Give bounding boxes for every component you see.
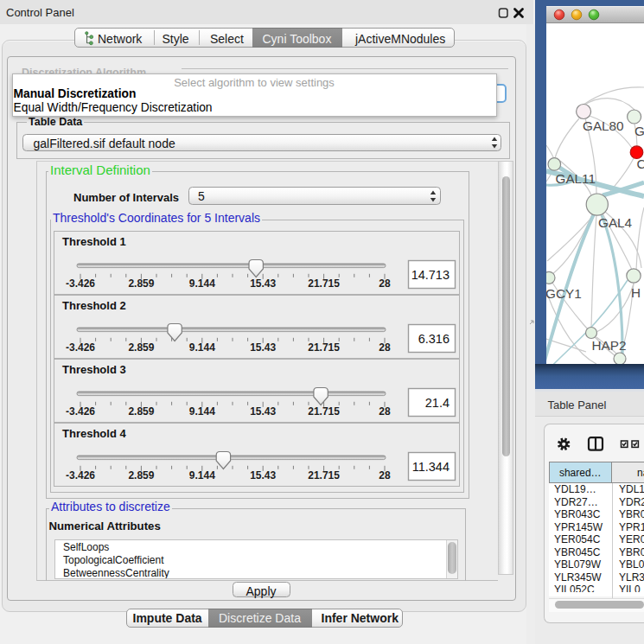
- svg-text:21.715: 21.715: [308, 277, 340, 290]
- svg-text:28: 28: [379, 341, 391, 354]
- svg-text:9.144: 9.144: [189, 469, 215, 481]
- svg-text:2.859: 2.859: [128, 469, 154, 481]
- svg-text:9.144: 9.144: [189, 277, 215, 290]
- svg-text:14.713: 14.713: [411, 268, 450, 282]
- svg-text:15.43: 15.43: [250, 405, 276, 418]
- svg-text:15.43: 15.43: [250, 277, 276, 290]
- svg-text:15.43: 15.43: [250, 469, 276, 481]
- svg-text:15.43: 15.43: [250, 341, 276, 354]
- svg-text:2.859: 2.859: [128, 341, 154, 354]
- svg-text:C: C: [637, 156, 644, 171]
- svg-text:HAP2: HAP2: [592, 338, 627, 353]
- svg-text:2.859: 2.859: [128, 405, 154, 418]
- svg-text:GCY1: GCY1: [546, 286, 582, 301]
- svg-text:-3.426: -3.426: [66, 469, 95, 481]
- svg-text:Threshold 4: Threshold 4: [62, 427, 126, 440]
- svg-text:GAL80: GAL80: [583, 118, 624, 133]
- svg-text:2.859: 2.859: [128, 277, 154, 290]
- svg-text:21.715: 21.715: [308, 469, 340, 481]
- svg-text:11.344: 11.344: [412, 460, 450, 474]
- svg-text:GAL11: GAL11: [556, 171, 596, 186]
- svg-text:GA: GA: [634, 124, 644, 138]
- svg-text:21.4: 21.4: [425, 396, 450, 410]
- svg-text:28: 28: [379, 469, 391, 481]
- svg-text:H: H: [631, 285, 641, 300]
- svg-text:-3.426: -3.426: [66, 277, 95, 290]
- svg-text:Threshold 3: Threshold 3: [62, 363, 126, 376]
- svg-text:Threshold 1: Threshold 1: [62, 235, 126, 248]
- svg-text:21.715: 21.715: [308, 405, 340, 418]
- svg-text:9.144: 9.144: [189, 341, 215, 354]
- svg-text:21.715: 21.715: [308, 341, 340, 354]
- svg-text:28: 28: [379, 405, 391, 418]
- svg-text:6.316: 6.316: [418, 332, 450, 346]
- svg-text:-3.426: -3.426: [66, 405, 95, 418]
- svg-text:GAL4: GAL4: [598, 215, 633, 230]
- svg-text:Threshold 2: Threshold 2: [62, 299, 126, 312]
- svg-text:-3.426: -3.426: [66, 341, 95, 354]
- svg-text:28: 28: [379, 277, 391, 290]
- svg-text:9.144: 9.144: [189, 405, 215, 418]
